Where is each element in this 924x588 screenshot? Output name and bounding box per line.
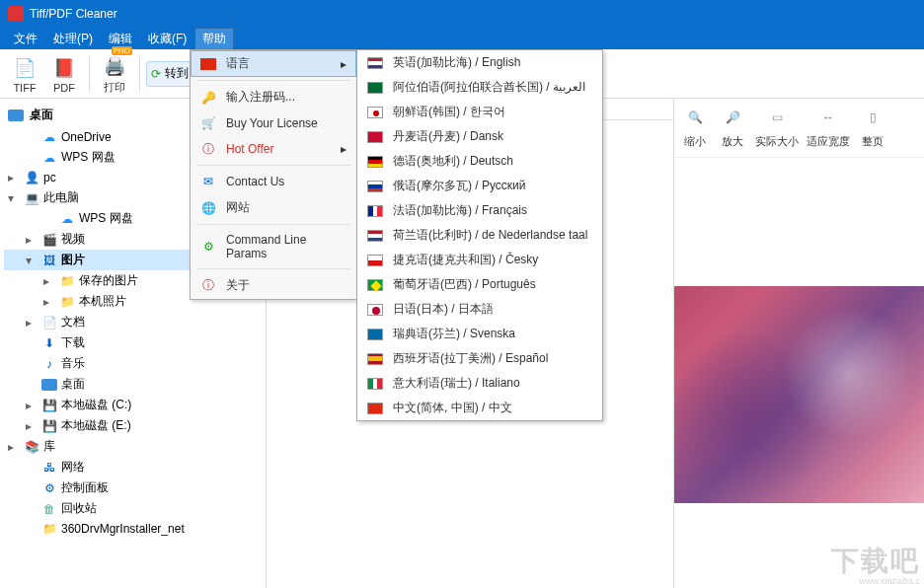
help-menu-contact[interactable]: ✉Contact Us bbox=[191, 169, 356, 194]
lang-item-cn[interactable]: 中文(简体, 中国) / 中文 bbox=[357, 396, 602, 420]
full-page-button[interactable]: ▯整页 bbox=[858, 103, 887, 149]
tiff-icon: 📄 bbox=[11, 54, 38, 82]
lang-item-us[interactable]: 英语(加勒比海) / English bbox=[357, 50, 602, 75]
folder-icon: 📁 bbox=[59, 294, 75, 310]
lang-item-kr[interactable]: 朝鲜语(韩国) / 한국어 bbox=[357, 100, 602, 124]
tree-installer[interactable]: 📁360DrvMgrInstaller_net bbox=[4, 519, 262, 539]
info-icon: ⓘ bbox=[200, 141, 216, 157]
toolbar-sep-2 bbox=[139, 56, 140, 92]
tree-network[interactable]: 🖧网络 bbox=[4, 457, 262, 478]
lang-item-es[interactable]: 西班牙语(拉丁美洲) / Español bbox=[357, 346, 602, 371]
contact-icon: ✉ bbox=[200, 174, 216, 189]
menu-process[interactable]: 处理(P) bbox=[45, 28, 101, 50]
pictures-icon: 🖼 bbox=[41, 253, 57, 268]
tree-control-panel[interactable]: ⚙控制面板 bbox=[4, 478, 262, 498]
tree-downloads[interactable]: ⬇下载 bbox=[4, 332, 262, 353]
tree-music[interactable]: ♪音乐 bbox=[4, 353, 262, 374]
help-menu-buy[interactable]: 🛒Buy Your License bbox=[191, 110, 356, 136]
toolbar-tiff-label: TIFF bbox=[13, 82, 36, 94]
lang-label: 西班牙语(拉丁美洲) / Español bbox=[393, 350, 548, 367]
help-menu-cmdline[interactable]: ⚙Command Line Params bbox=[191, 228, 356, 265]
tree-disk-e[interactable]: 💾本地磁盘 (E:) bbox=[4, 415, 262, 436]
lang-label: 中文(简体, 中国) / 中文 bbox=[393, 400, 512, 416]
lang-item-de[interactable]: 德语(奥地利) / Deutsch bbox=[357, 149, 602, 174]
lang-item-sa[interactable]: 阿位伯语(阿拉伯联合酋长国) / العربية bbox=[357, 75, 602, 100]
app-icon bbox=[8, 6, 24, 22]
app-title: Tiff/PDF Cleaner bbox=[30, 7, 117, 21]
preview-image: 下载吧 www.xiazaiba.c bbox=[674, 158, 924, 588]
menu-file[interactable]: 文件 bbox=[6, 28, 45, 50]
toolbar-pdf-label: PDF bbox=[53, 82, 75, 94]
gear-icon: ⚙ bbox=[200, 239, 216, 255]
titlebar: Tiff/PDF Cleaner bbox=[0, 0, 924, 28]
lang-item-cz[interactable]: 捷克语(捷克共和国) / Česky bbox=[357, 248, 602, 272]
network-icon: 🖧 bbox=[41, 460, 57, 476]
flag-icon bbox=[367, 329, 383, 340]
help-menu-website[interactable]: 🌐网站 bbox=[191, 194, 356, 221]
lang-item-nl[interactable]: 荷兰语(比利时) / de Nederlandse taal bbox=[357, 223, 602, 248]
pdf-icon: 📕 bbox=[50, 54, 78, 82]
disk-icon: 💾 bbox=[41, 418, 57, 434]
actual-size-button[interactable]: ▭实际大小 bbox=[755, 103, 799, 149]
video-icon: 🎬 bbox=[41, 232, 57, 248]
chevron-right-icon: ▸ bbox=[341, 142, 346, 156]
tree-libraries[interactable]: 📚库 bbox=[4, 436, 262, 457]
flag-icon bbox=[367, 378, 383, 390]
chevron-right-icon: ▸ bbox=[341, 57, 346, 71]
lang-label: 俄语(摩尔多瓦) / Русский bbox=[393, 178, 526, 194]
menu-sep bbox=[196, 224, 350, 225]
tree-documents[interactable]: 📄文档 bbox=[4, 312, 262, 332]
flag-icon bbox=[367, 255, 383, 266]
lang-label: 意大利语(瑞士) / Italiano bbox=[393, 375, 520, 392]
tree-disk-c[interactable]: 💾本地磁盘 (C:) bbox=[4, 395, 262, 415]
zoom-in-icon: 🔎 bbox=[718, 103, 747, 132]
preview-pane: 🔍缩小 🔎放大 ▭实际大小 ↔适应宽度 ▯整页 下载吧 www.xiazaiba… bbox=[673, 99, 924, 588]
lang-item-br[interactable]: 葡萄牙语(巴西) / Português bbox=[357, 272, 602, 297]
help-menu-hot-offer[interactable]: ⓘHot Offer▸ bbox=[191, 136, 356, 162]
lang-item-fr[interactable]: 法语(加勒比海) / Français bbox=[357, 198, 602, 223]
toolbar-tiff[interactable]: 📄 TIFF bbox=[6, 51, 43, 97]
lang-label: 日语(日本) / 日本語 bbox=[393, 301, 494, 318]
flag-icon bbox=[367, 131, 383, 143]
language-submenu: 英语(加勒比海) / English阿位伯语(阿拉伯联合酋长国) / العرب… bbox=[356, 49, 603, 421]
zoom-in-button[interactable]: 🔎放大 bbox=[718, 103, 747, 149]
cloud-icon: ☁ bbox=[41, 129, 57, 145]
print-icon: PRO🖨️ bbox=[101, 52, 128, 80]
lang-item-se[interactable]: 瑞典语(芬兰) / Svenska bbox=[357, 322, 602, 346]
toolbar-pdf[interactable]: 📕 PDF bbox=[45, 51, 83, 97]
flag-icon bbox=[367, 107, 383, 118]
toolbar-print[interactable]: PRO🖨️ 打印 bbox=[96, 49, 133, 98]
recycle-icon: 🗑 bbox=[41, 501, 57, 517]
lang-label: 阿位伯语(阿拉伯联合酋长国) / العربية bbox=[393, 79, 585, 96]
help-menu-enter-key[interactable]: 🔑输入注册码... bbox=[191, 84, 356, 110]
info-icon: ⓘ bbox=[200, 278, 216, 294]
lang-label: 瑞典语(芬兰) / Svenska bbox=[393, 326, 515, 342]
documents-icon: 📄 bbox=[41, 315, 57, 331]
libraries-icon: 📚 bbox=[24, 439, 39, 455]
user-icon: 👤 bbox=[24, 170, 39, 185]
lang-item-jp[interactable]: 日语(日本) / 日本語 bbox=[357, 297, 602, 322]
flag-icon bbox=[367, 205, 383, 217]
lang-label: 荷兰语(比利时) / de Nederlandse taal bbox=[393, 227, 587, 244]
flag-icon bbox=[367, 304, 383, 316]
help-menu-about[interactable]: ⓘ关于 bbox=[191, 272, 356, 299]
downloads-icon: ⬇ bbox=[41, 335, 57, 351]
help-dropdown: 语言 ▸ 🔑输入注册码... 🛒Buy Your License ⓘHot Of… bbox=[190, 49, 357, 300]
fit-width-button[interactable]: ↔适应宽度 bbox=[807, 103, 850, 149]
menu-favorites[interactable]: 收藏(F) bbox=[140, 28, 194, 50]
flag-icon bbox=[200, 56, 216, 72]
watermark-text: 下载吧 bbox=[831, 543, 920, 580]
flag-icon bbox=[367, 82, 383, 94]
tree-recycle[interactable]: 🗑回收站 bbox=[4, 498, 262, 519]
help-menu-language[interactable]: 语言 ▸ bbox=[191, 50, 356, 77]
zoom-out-button[interactable]: 🔍缩小 bbox=[680, 103, 710, 149]
tree-desktop2[interactable]: 桌面 bbox=[4, 374, 262, 395]
key-icon: 🔑 bbox=[200, 90, 216, 106]
lang-item-ru[interactable]: 俄语(摩尔多瓦) / Русский bbox=[357, 174, 602, 198]
preview-toolbar: 🔍缩小 🔎放大 ▭实际大小 ↔适应宽度 ▯整页 bbox=[674, 99, 924, 158]
lang-label: 朝鲜语(韩国) / 한국어 bbox=[393, 104, 505, 120]
lang-item-dk[interactable]: 丹麦语(丹麦) / Dansk bbox=[357, 124, 602, 149]
watermark-url: www.xiazaiba.c bbox=[859, 576, 920, 586]
menu-help[interactable]: 帮助 bbox=[194, 28, 234, 50]
lang-item-it[interactable]: 意大利语(瑞士) / Italiano bbox=[357, 371, 602, 396]
